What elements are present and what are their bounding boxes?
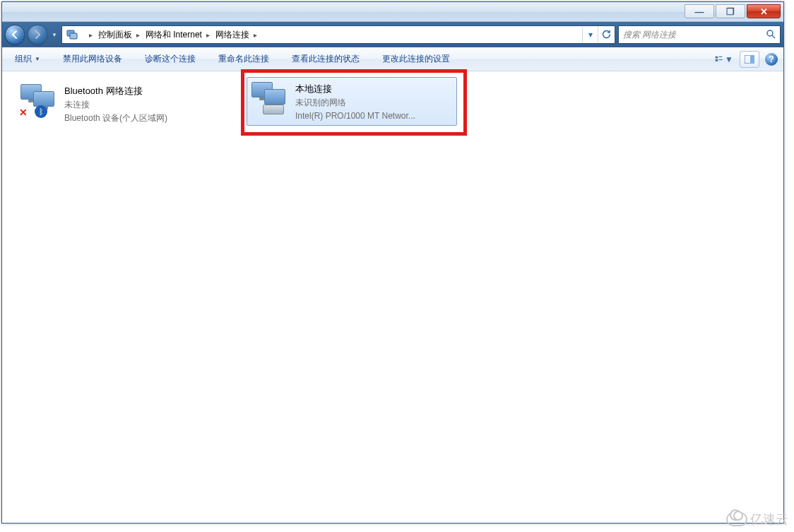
organize-label: 组织 — [15, 53, 32, 65]
bluetooth-connection-icon: ✕ ᛒ — [19, 83, 59, 117]
breadcrumb-label: 网络连接 — [215, 29, 249, 41]
svg-rect-5 — [719, 56, 723, 57]
search-icon[interactable] — [766, 29, 776, 41]
svg-rect-7 — [719, 59, 723, 60]
rename-button[interactable]: 重命名此连接 — [211, 50, 276, 68]
search-input[interactable]: 搜索 网络连接 — [618, 25, 781, 44]
help-button[interactable]: ? — [765, 53, 778, 66]
view-status-button[interactable]: 查看此连接的状态 — [285, 50, 367, 68]
nav-history-dropdown[interactable]: ▼ — [52, 32, 57, 38]
breadcrumb-label: 网络和 Internet — [146, 29, 202, 41]
address-dropdown[interactable]: ▾ — [582, 27, 598, 42]
cloud-icon — [726, 512, 747, 526]
diagnose-button[interactable]: 诊断这个连接 — [138, 50, 203, 68]
preview-pane-button[interactable] — [740, 51, 759, 68]
connection-status: 未连接 — [64, 98, 167, 112]
breadcrumb-root-arrow[interactable]: ▸ — [82, 26, 95, 43]
view-options-button[interactable]: ▼ — [714, 51, 734, 68]
connection-bluetooth[interactable]: ✕ ᛒ Bluetooth 网络连接 未连接 Bluetooth 设备(个人区域… — [16, 80, 228, 127]
connection-device: Bluetooth 设备(个人区域网) — [64, 112, 167, 125]
lan-connection-icon — [250, 81, 290, 114]
content-area: ✕ ᛒ Bluetooth 网络连接 未连接 Bluetooth 设备(个人区域… — [2, 71, 783, 523]
address-bar[interactable]: ▸ 控制面板▸ 网络和 Internet▸ 网络连接▸ ▾ — [61, 25, 615, 44]
refresh-button[interactable] — [598, 27, 613, 42]
command-bar: 组织▼ 禁用此网络设备 诊断这个连接 重命名此连接 查看此连接的状态 更改此连接… — [2, 47, 783, 71]
connection-status: 未识别的网络 — [295, 96, 415, 110]
svg-rect-6 — [716, 59, 718, 61]
bluetooth-icon: ᛒ — [35, 105, 47, 118]
connection-device: Intel(R) PRO/1000 MT Networ... — [295, 110, 415, 123]
svg-line-3 — [772, 35, 775, 38]
connection-local-area[interactable]: 本地连接 未识别的网络 Intel(R) PRO/1000 MT Networ.… — [247, 77, 457, 126]
minimize-button[interactable]: — — [685, 4, 714, 18]
breadcrumb-label: 控制面板 — [98, 29, 132, 41]
disconnected-icon: ✕ — [19, 107, 28, 118]
watermark: 亿速云 — [726, 511, 788, 528]
svg-rect-4 — [716, 56, 718, 58]
svg-rect-9 — [750, 55, 754, 64]
breadcrumb-control-panel[interactable]: 控制面板▸ — [95, 26, 143, 43]
watermark-text: 亿速云 — [750, 511, 788, 528]
organize-menu[interactable]: 组织▼ — [8, 50, 47, 68]
breadcrumb-network-internet[interactable]: 网络和 Internet▸ — [143, 26, 213, 43]
connection-title: Bluetooth 网络连接 — [64, 84, 167, 98]
connection-title: 本地连接 — [295, 82, 415, 96]
breadcrumb-network-connections[interactable]: 网络连接▸ — [213, 26, 260, 43]
svg-point-2 — [767, 30, 773, 36]
nav-bar: ▼ ▸ 控制面板▸ 网络和 Internet▸ 网络连接▸ ▾ 搜索 网络连接 — [2, 22, 783, 47]
svg-rect-1 — [70, 33, 77, 39]
close-button[interactable]: ✕ — [747, 4, 781, 18]
search-placeholder: 搜索 网络连接 — [623, 29, 676, 41]
nic-icon — [263, 105, 284, 114]
forward-button[interactable] — [28, 25, 47, 45]
disable-device-button[interactable]: 禁用此网络设备 — [56, 50, 129, 68]
change-settings-button[interactable]: 更改此连接的设置 — [375, 50, 457, 68]
location-icon — [66, 28, 79, 41]
back-button[interactable] — [5, 25, 25, 45]
explorer-window: — ❐ ✕ ▼ ▸ 控制面板▸ 网络和 Internet▸ 网络连接▸ ▾ — [1, 1, 784, 524]
title-bar[interactable]: — ❐ ✕ — [2, 2, 783, 22]
maximize-button[interactable]: ❐ — [716, 4, 745, 18]
